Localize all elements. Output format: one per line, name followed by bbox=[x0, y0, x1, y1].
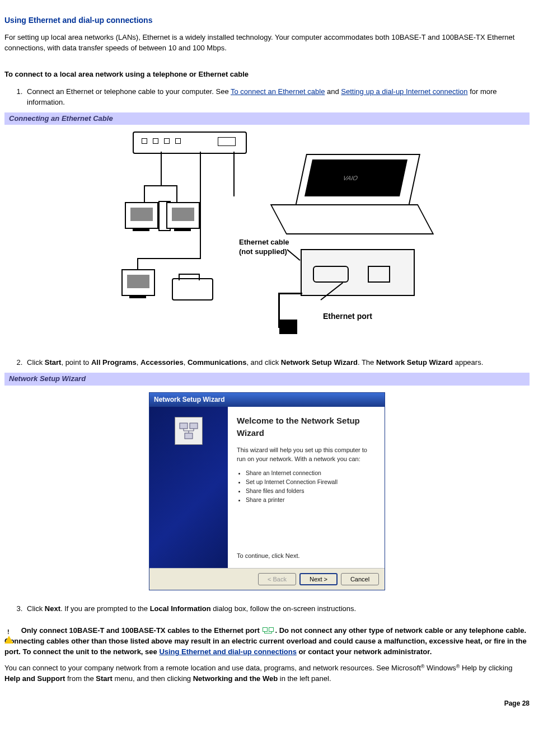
wizard-titlebar: Network Setup Wizard bbox=[149, 393, 385, 407]
step2-text: . The bbox=[358, 358, 376, 367]
wizard-dialog: Network Setup Wizard Welcome to the Netw… bbox=[149, 392, 385, 590]
tail-text: You can connect to your company network … bbox=[4, 664, 421, 672]
laptop-icon: VAIO bbox=[278, 154, 424, 238]
step3-local-information: Local Information bbox=[150, 604, 211, 613]
desktop-monitor-icon bbox=[125, 202, 158, 229]
step2-text: , bbox=[184, 358, 188, 367]
step-3: Click Next. If you are prompted to the L… bbox=[25, 604, 530, 614]
page-number: Page 28 bbox=[4, 699, 530, 708]
tail-text: Windows bbox=[424, 664, 456, 672]
step1-text: Connect an Ethernet or telephone cable t… bbox=[27, 87, 231, 96]
wizard-button-row: < Back Next > Cancel bbox=[149, 568, 385, 590]
step2-accessories: Accessories bbox=[140, 358, 184, 367]
step2-allprograms: All Programs bbox=[91, 358, 137, 367]
figure1-caption: Connecting an Ethernet Cable bbox=[4, 112, 530, 125]
laptop-brand-label: VAIO bbox=[342, 174, 358, 183]
tail-start: Start bbox=[96, 674, 113, 683]
warning-text-a: Only connect 10BASE-T and 100BASE-TX cab… bbox=[21, 626, 262, 635]
wizard-heading: Welcome to the Network Setup Wizard bbox=[237, 415, 376, 439]
back-button[interactable]: < Back bbox=[258, 573, 296, 585]
wizard-lead-text: This wizard will help you set up this co… bbox=[237, 446, 376, 464]
next-button[interactable]: Next > bbox=[299, 573, 338, 585]
wizard-continue-text: To continue, click Next. bbox=[237, 552, 376, 561]
warning-text-c: or contact your network administrator. bbox=[297, 647, 432, 656]
step3-next: Next bbox=[45, 604, 60, 613]
tail-help-and-support: Help and Support bbox=[4, 674, 65, 683]
tail-text: Help by clicking bbox=[460, 664, 512, 672]
step-2: Click Start, point to All Programs, Acce… bbox=[25, 358, 530, 368]
step3-text: dialog box, follow the on-screen instruc… bbox=[211, 604, 356, 613]
warning-icon bbox=[4, 627, 13, 635]
svg-rect-2 bbox=[185, 433, 193, 439]
tail-text: from the bbox=[65, 674, 96, 683]
laptop-ports-closeup bbox=[301, 249, 415, 296]
step2-text: Click bbox=[27, 358, 45, 367]
warning-block: Only connect 10BASE-T and 100BASE-TX cab… bbox=[4, 626, 530, 658]
tail-text: menu, and then clicking bbox=[113, 674, 193, 683]
warning-text: Only connect 10BASE-T and 100BASE-TX cab… bbox=[4, 626, 527, 656]
step2-text: appears. bbox=[453, 358, 483, 367]
desktop-monitor-icon bbox=[121, 269, 155, 296]
section-heading: Using Ethernet and dial-up connections bbox=[4, 15, 530, 26]
wizard-bullet: Share a printer bbox=[246, 496, 376, 504]
tail-networking-web: Networking and the Web bbox=[193, 674, 278, 683]
step-1: Connect an Ethernet or telephone cable t… bbox=[25, 87, 530, 108]
step3-text: Click bbox=[27, 604, 45, 613]
step2-start: Start bbox=[45, 358, 62, 367]
step1-text-mid: and bbox=[325, 87, 341, 96]
link-using-ethernet-dialup[interactable]: Using Ethernet and dial-up connections bbox=[159, 647, 297, 656]
step2-nsw2: Network Setup Wizard bbox=[376, 358, 453, 367]
tail-text: in the left panel. bbox=[278, 674, 331, 683]
link-setup-dialup[interactable]: Setting up a dial-up Internet connection bbox=[341, 87, 467, 96]
figure2-caption: Network Setup Wizard bbox=[4, 373, 530, 386]
wizard-bullet: Share an Internet connection bbox=[246, 469, 376, 477]
wizard-sidebar bbox=[149, 407, 228, 568]
printer-icon bbox=[172, 278, 213, 300]
ethernet-plug-icon bbox=[279, 320, 297, 334]
step2-nsw: Network Setup Wizard bbox=[281, 358, 358, 367]
wizard-bullet-list: Share an Internet connection Set up Inte… bbox=[246, 468, 376, 505]
procedure-heading: To connect to a local area network using… bbox=[4, 69, 530, 80]
closing-paragraph: You can connect to your company network … bbox=[4, 663, 530, 684]
network-wizard-icon bbox=[175, 417, 203, 445]
svg-rect-1 bbox=[190, 423, 198, 429]
figure-wizard-dialog: Network Setup Wizard Welcome to the Netw… bbox=[4, 392, 530, 590]
step3-text: . If you are prompted to the bbox=[60, 604, 150, 613]
step2-text: , point to bbox=[61, 358, 91, 367]
vga-port-icon bbox=[313, 266, 349, 283]
svg-rect-0 bbox=[180, 423, 188, 429]
link-connect-ethernet-cable[interactable]: To connect an Ethernet cable bbox=[231, 87, 325, 96]
intro-paragraph: For setting up local area networks (LANs… bbox=[4, 32, 530, 54]
step2-text: , bbox=[137, 358, 140, 367]
step2-text: , and click bbox=[246, 358, 280, 367]
ethernet-cable-label: Ethernet cable (not supplied) bbox=[239, 238, 295, 256]
desktop-monitor-icon bbox=[166, 202, 200, 229]
cancel-button[interactable]: Cancel bbox=[341, 573, 379, 585]
wizard-bullet: Share files and folders bbox=[246, 487, 376, 495]
figure-ethernet-diagram: VAIO Ethernet cable (not supplied) Ether… bbox=[4, 132, 530, 344]
wizard-bullet: Set up Internet Connection Firewall bbox=[246, 478, 376, 486]
ethernet-port-glyph-icon bbox=[263, 627, 274, 635]
step2-communications: Communications bbox=[188, 358, 246, 367]
hub-icon bbox=[133, 132, 247, 154]
ethernet-port-label: Ethernet port bbox=[323, 311, 372, 322]
ethernet-port-icon bbox=[368, 266, 390, 283]
